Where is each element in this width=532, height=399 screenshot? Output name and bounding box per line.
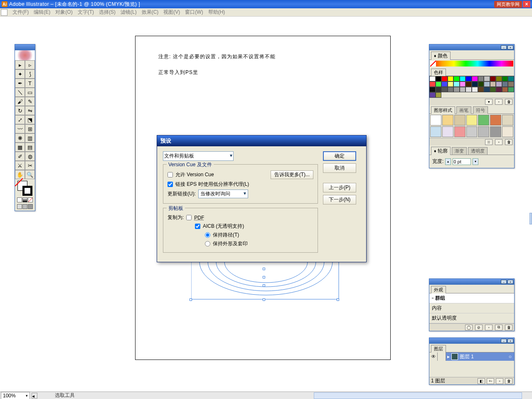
menu-select[interactable]: 选择(S) [96,8,118,17]
panel-titlebar[interactable]: – × [429,279,514,285]
selection-handle[interactable] [337,298,339,301]
reduce-appearance-icon[interactable]: ▫ [485,325,493,330]
swatch[interactable] [484,87,490,92]
previous-button[interactable]: 上一步(P) [323,183,356,192]
panel-minimize-icon[interactable]: – [501,45,507,49]
graphic-style[interactable] [466,115,478,126]
magic-wand-tool[interactable]: ✦ [15,69,25,79]
panel-minimize-icon[interactable]: – [501,280,507,284]
menu-window[interactable]: 窗口(W) [182,8,205,17]
screen-mode-full-menus[interactable] [22,204,27,209]
clear-appearance-icon[interactable]: ⊘ [475,325,483,330]
slice-tool[interactable]: ⚔ [15,161,25,170]
paintbrush-tool[interactable]: 🖌 [15,97,25,106]
swatch[interactable] [466,87,472,92]
tab-brushes[interactable]: 画笔 [456,106,471,114]
menu-file[interactable]: 文件(F) [10,8,31,17]
layer-lock-icon[interactable] [438,352,446,361]
break-link-icon[interactable]: �⃠ [485,139,493,145]
swatch[interactable] [436,76,442,81]
graph-tool[interactable]: ▥ [25,133,35,143]
swatch[interactable] [496,87,502,92]
mesh-tool[interactable]: ▦ [15,143,25,152]
gradient-tool[interactable]: ▤ [25,143,35,152]
tab-symbols[interactable]: 符号 [473,106,488,114]
stroke-width-dropdown[interactable]: ▾ [473,158,478,165]
cancel-button[interactable]: 取消 [323,163,356,173]
swatch[interactable] [466,76,472,81]
rectangle-tool[interactable]: ▭ [25,88,35,97]
duplicate-appearance-icon[interactable]: ⧉ [495,325,502,330]
graphic-style[interactable] [454,126,466,137]
fill-stroke-indicator[interactable] [17,181,32,196]
layer-row[interactable]: 👁 ▸ 图层 1 ○ [429,352,514,361]
graphic-style[interactable] [490,126,501,137]
checkbox-aicb[interactable] [195,224,200,229]
swatch[interactable] [436,87,442,92]
swatch[interactable] [453,76,460,81]
color-spectrum[interactable] [430,61,513,66]
swatch[interactable] [478,81,484,87]
free-transform-tool[interactable]: ⊞ [25,124,35,133]
swatch[interactable] [496,81,502,87]
screen-mode-full[interactable] [28,204,33,209]
create-sublayer-icon[interactable]: +▫ [487,378,494,384]
graphic-style[interactable] [430,126,441,137]
graphic-style[interactable] [502,126,513,137]
window-close-button[interactable]: × [523,1,530,7]
swatch[interactable] [472,81,478,87]
panel-close-icon[interactable]: × [507,339,513,343]
graphic-style[interactable] [466,126,478,137]
menu-view[interactable]: 视图(V) [161,8,182,17]
swatch[interactable] [478,87,484,92]
horizontal-scrollbar[interactable] [314,392,522,399]
swatch[interactable] [460,87,466,92]
pencil-tool[interactable]: ✎ [25,97,35,106]
delete-appearance-icon[interactable]: 🗑 [505,325,512,330]
new-swatch-icon[interactable]: ▫ [495,99,502,105]
checkbox-allow-version-cue[interactable] [167,172,173,177]
swatch[interactable] [472,76,478,81]
type-tool[interactable]: T [25,79,35,88]
hand-tool[interactable]: ✋ [15,170,25,179]
selection-handle[interactable] [263,276,265,278]
graphic-style[interactable] [442,115,453,126]
selection-tool[interactable]: ▸ [15,60,25,69]
dialog-titlebar[interactable]: 预设 [157,135,366,146]
swatch[interactable] [502,87,508,92]
eyedropper-tool[interactable]: ✐ [15,152,25,161]
panel-close-icon[interactable]: × [507,45,513,49]
panel-minimize-icon[interactable]: – [501,339,507,343]
swatch[interactable] [429,81,436,87]
swatch[interactable] [448,87,454,92]
new-art-icon[interactable]: ◯ [465,325,473,330]
line-tool[interactable]: ＼ [15,88,25,97]
swatch[interactable] [436,92,442,98]
swatch[interactable] [436,81,442,87]
stroke-width-input[interactable] [453,158,471,165]
tab-graphic-styles[interactable]: 图形样式 [431,106,455,114]
swatch[interactable] [453,87,460,92]
scissors-tool[interactable]: ✂ [25,161,35,170]
panel-close-icon[interactable]: × [507,280,513,284]
warp-tool[interactable]: 〰 [15,124,25,133]
graphic-style[interactable] [490,115,501,126]
tab-transparency[interactable]: 透明度 [468,147,488,155]
color-mode-solid[interactable] [17,197,22,202]
swatch[interactable] [472,87,478,92]
tab-color[interactable]: ♦ 颜色 [431,52,451,60]
swatch[interactable] [484,76,490,81]
swatch[interactable] [441,81,448,87]
swatch-menu-icon[interactable]: ▾ [485,99,493,105]
menu-help[interactable]: 帮助(H) [206,8,228,17]
swatch[interactable] [460,81,466,87]
prefs-section-select[interactable]: 文件和剪贴板▾ [163,151,234,161]
swatch[interactable] [496,76,502,81]
delete-swatch-icon[interactable]: 🗑 [505,99,512,105]
appearance-item-transparency[interactable]: 默认透明度 [429,313,514,323]
panel-titlebar[interactable]: – × [429,44,514,50]
reflect-tool[interactable]: ⇋ [25,106,35,115]
blend-tool[interactable]: ◍ [25,152,35,161]
selection-handle[interactable] [263,268,265,270]
graphic-style[interactable] [430,115,441,126]
